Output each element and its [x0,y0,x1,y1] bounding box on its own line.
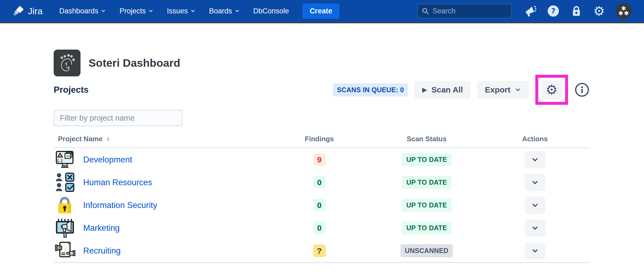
project-name-link[interactable]: Information Security [83,200,157,210]
nav-item-dashboards[interactable]: Dashboards [59,7,106,15]
gear-icon: ⚙ [546,83,558,96]
page-title: Soteri Dashboard [89,57,180,69]
nav-item-dbconsole[interactable]: DbConsole [253,7,289,15]
toolbar: SCANS IN QUEUE: 0 ▶ Scan All Export ⚙ [333,75,590,105]
table-row: Recruiting ? UNSCANNED [54,239,590,262]
project-name-link[interactable]: Development [83,155,132,165]
nav-bottom-divider [0,22,644,23]
soteri-avatar-icon [617,5,630,17]
chevron-down-icon [149,9,153,13]
findings-badge: ? [313,244,326,257]
table-row: {..} <> Development 9 UP TO DATE [54,148,590,171]
soteri-logo-icon [54,50,80,76]
nav-icon-cluster: ? ⚙ [524,3,632,19]
findings-badge: 0 [313,176,326,189]
column-header-scan-status: Scan Status [373,135,480,143]
scan-all-button[interactable]: ▶ Scan All [414,81,471,99]
highlight-box: ⚙ [535,75,568,105]
jira-brand[interactable]: Jira [12,5,43,17]
project-name-link[interactable]: Marketing [83,223,120,233]
scan-status-badge: UP TO DATE [402,221,452,235]
lock-icon[interactable] [570,5,583,17]
chevron-down-icon [531,179,539,187]
create-button[interactable]: Create [302,3,339,19]
export-dropdown-button[interactable]: Export [477,81,529,99]
scan-status-badge: UNSCANNED [400,244,453,257]
scans-in-queue-badge: SCANS IN QUEUE: 0 [333,83,408,96]
chevron-down-icon [101,9,105,13]
chevron-down-icon [191,9,195,13]
info-icon[interactable] [575,82,590,97]
user-avatar[interactable] [616,3,632,19]
section-bar: Projects SCANS IN QUEUE: 0 ▶ Scan All Ex… [54,75,590,105]
chevron-down-icon [531,247,539,255]
row-actions-dropdown-button[interactable] [525,220,545,237]
row-actions-dropdown-button[interactable] [525,197,545,214]
sort-icon: ▲▼ [107,136,109,142]
table-row: Marketing 0 UP TO DATE [54,217,590,239]
table-header-row: Project Name ▲▼ Findings Scan Status Act… [54,135,590,148]
human-resources-icon [54,172,76,194]
findings-badge: 9 [313,153,326,166]
table-row: Human Resources 0 UP TO DATE [54,171,590,194]
app-header: Soteri Dashboard [54,50,590,76]
nav-item-projects[interactable]: Projects [119,7,153,15]
chevron-down-icon [531,224,539,232]
search-icon [421,7,429,15]
page-content: Soteri Dashboard Projects SCANS IN QUEUE… [0,50,644,263]
projects-table-body: {..} <> Development 9 UP TO DATE [54,148,590,263]
search-input[interactable] [432,7,508,16]
gear-icon[interactable]: ⚙ [593,5,605,17]
search-box[interactable] [417,4,512,18]
svg-text:{..}: {..} [57,158,63,163]
recruiting-icon [54,240,76,262]
marketing-icon [54,217,76,239]
jira-logo-icon [12,5,25,17]
project-name-link[interactable]: Human Resources [83,178,152,187]
chevron-down-icon [531,156,539,164]
column-header-actions: Actions [480,135,590,143]
announcement-icon[interactable] [524,5,536,17]
nav-item-boards[interactable]: Boards [209,7,239,15]
chevron-down-icon [515,87,521,93]
svg-text:<>: <> [66,154,70,158]
project-filter-input[interactable] [54,110,182,126]
row-actions-dropdown-button[interactable] [525,151,545,168]
projects-table: Project Name ▲▼ Findings Scan Status Act… [54,135,590,263]
brand-name: Jira [28,6,43,16]
chevron-down-icon [531,201,539,209]
scan-status-badge: UP TO DATE [402,176,452,189]
chevron-down-icon [235,9,239,13]
scan-status-badge: UP TO DATE [402,199,452,212]
findings-badge: 0 [313,222,326,234]
top-navigation-bar: Jira Dashboards Projects Issues Boards D… [0,0,644,22]
column-header-project-name[interactable]: Project Name ▲▼ [54,135,266,143]
play-icon: ▶ [422,86,427,94]
findings-badge: 0 [313,199,326,211]
nav-menu: Dashboards Projects Issues Boards DbCons… [59,7,289,15]
scan-status-badge: UP TO DATE [402,153,452,166]
table-row: Information Security 0 UP TO DATE [54,194,590,217]
settings-gear-button[interactable]: ⚙ [541,80,562,99]
information-security-icon [54,194,76,216]
projects-heading: Projects [54,85,89,95]
column-header-findings: Findings [266,135,373,143]
row-actions-dropdown-button[interactable] [525,174,545,191]
nav-item-issues[interactable]: Issues [167,7,195,15]
help-icon[interactable]: ? [547,5,559,17]
project-name-link[interactable]: Recruiting [83,246,121,256]
row-actions-dropdown-button[interactable] [525,242,545,259]
development-icon: {..} <> [54,149,76,171]
svg-text:?: ? [551,7,555,15]
